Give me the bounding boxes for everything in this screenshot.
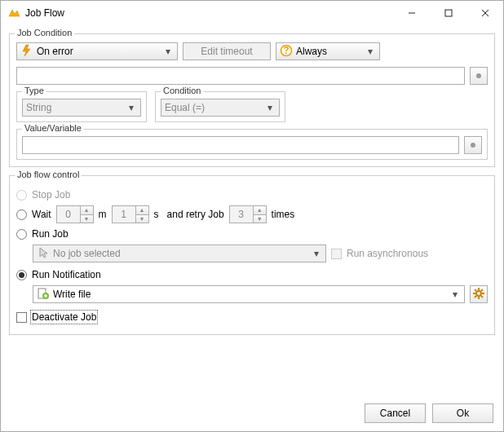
type-combo[interactable]: String ▾ — [22, 99, 141, 117]
run-job-option[interactable]: Run Job — [16, 228, 488, 240]
dot-icon — [476, 73, 481, 78]
minimize-button[interactable] — [393, 1, 430, 25]
condition-group: Condition Equal (=) ▾ — [155, 91, 285, 122]
run-notification-radio[interactable] — [16, 270, 27, 280]
ok-button[interactable]: Ok — [432, 403, 493, 423]
window-title: Job Flow — [25, 7, 393, 19]
file-write-icon — [37, 287, 50, 302]
type-value: String — [26, 102, 126, 113]
value-variable-input[interactable] — [22, 136, 459, 154]
value-variable-group: Value/Variable — [16, 129, 488, 160]
stop-job-radio — [16, 190, 27, 201]
chevron-down-icon: ▾ — [126, 102, 137, 113]
notification-settings-button[interactable] — [470, 285, 488, 303]
chevron-down-icon: ▾ — [162, 46, 174, 57]
cancel-button[interactable]: Cancel — [365, 403, 426, 423]
wait-option[interactable]: Wait 0▲▼ m 1▲▼ s and retry Job 3▲▼ times — [16, 205, 488, 223]
condition-value: Equal (=) — [165, 102, 264, 113]
help-icon: ? — [280, 44, 293, 60]
run-notification-label: Run Notification — [32, 269, 101, 280]
wait-min-spin: 0▲▼ — [56, 205, 94, 223]
run-job-label: Run Job — [32, 228, 69, 240]
bolt-icon — [20, 44, 33, 60]
chevron-down-icon: ▾ — [264, 102, 276, 113]
svg-line-16 — [481, 289, 483, 291]
wait-label: Wait — [32, 209, 51, 220]
cursor-icon — [37, 246, 50, 262]
unit-m: m — [99, 209, 107, 220]
unit-s: s — [154, 209, 159, 220]
close-button[interactable] — [466, 1, 503, 25]
run-job-radio[interactable] — [16, 229, 27, 240]
run-async-label: Run asynchronous — [347, 248, 428, 259]
value-variable-legend: Value/Variable — [22, 123, 84, 133]
run-job-combo: No job selected ▾ — [33, 245, 326, 262]
type-legend: Type — [22, 86, 46, 95]
svg-line-17 — [475, 296, 476, 298]
run-async-checkbox — [331, 249, 342, 259]
svg-marker-4 — [23, 45, 30, 56]
chevron-down-icon: ▾ — [449, 289, 461, 300]
svg-text:?: ? — [283, 45, 289, 56]
deactivate-checkbox[interactable] — [16, 312, 27, 323]
maximize-button[interactable] — [430, 1, 466, 25]
job-condition-group: Job Condition On error ▾ Edit timeout ? … — [9, 33, 495, 167]
retry-label: and retry Job — [167, 209, 224, 220]
on-error-combo[interactable]: On error ▾ — [16, 42, 178, 60]
stop-job-option: Stop Job — [16, 189, 488, 201]
edit-timeout-button: Edit timeout — [183, 42, 271, 60]
svg-line-15 — [481, 296, 483, 298]
flow-legend: Job flow control — [15, 170, 82, 179]
run-notification-option[interactable]: Run Notification — [16, 269, 488, 280]
svg-line-14 — [475, 289, 476, 291]
dot-icon — [471, 143, 475, 148]
titlebar: Job Flow — [1, 1, 503, 25]
svg-rect-1 — [445, 10, 452, 16]
on-error-label: On error — [37, 46, 162, 57]
times-label: times — [272, 209, 295, 220]
chevron-down-icon: ▾ — [311, 248, 322, 259]
job-flow-control-group: Job flow control Stop Job Wait 0▲▼ m 1▲▼… — [9, 175, 495, 335]
svg-point-9 — [476, 291, 481, 296]
value-variable-picker-button[interactable] — [464, 136, 482, 154]
condition-combo[interactable]: Equal (=) ▾ — [161, 99, 280, 117]
run-job-value: No job selected — [53, 248, 311, 259]
stop-job-label: Stop Job — [32, 189, 70, 201]
wait-sec-spin: 1▲▼ — [112, 205, 149, 223]
always-label: Always — [296, 46, 365, 57]
retry-spin: 3▲▼ — [229, 205, 267, 223]
wait-radio[interactable] — [16, 209, 27, 220]
condition-legend: Condition — [161, 86, 203, 95]
app-icon — [7, 7, 20, 20]
deactivate-label: Deactivate Job — [32, 311, 96, 323]
edit-timeout-label: Edit timeout — [201, 46, 252, 57]
variable-picker-button[interactable] — [470, 67, 488, 85]
deactivate-option[interactable]: Deactivate Job — [16, 311, 488, 323]
type-group: Type String ▾ — [16, 91, 147, 122]
notification-combo[interactable]: Write file ▾ — [33, 285, 465, 303]
always-combo[interactable]: ? Always ▾ — [276, 42, 380, 60]
job-condition-legend: Job Condition — [15, 28, 74, 37]
notification-value: Write file — [53, 289, 449, 300]
chevron-down-icon: ▾ — [365, 46, 376, 57]
gear-icon — [472, 287, 485, 302]
condition-value-input[interactable] — [16, 67, 465, 85]
